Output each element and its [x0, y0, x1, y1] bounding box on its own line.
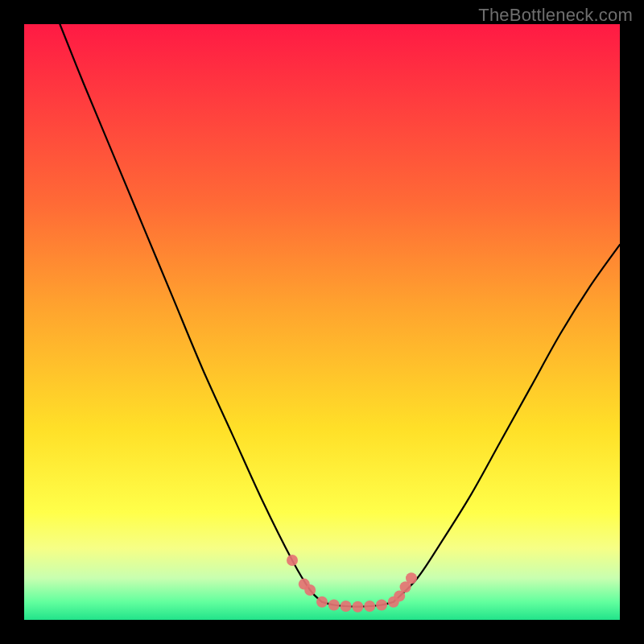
marker-point — [352, 601, 363, 613]
marker-point — [304, 584, 316, 596]
chart-overlay — [24, 24, 620, 620]
chart-frame: TheBottleneck.com — [0, 0, 644, 644]
marker-point — [316, 597, 328, 608]
marker-point — [341, 601, 352, 612]
marker-point — [328, 600, 340, 611]
watermark-text: TheBottleneck.com — [478, 5, 633, 26]
marker-point — [364, 601, 375, 612]
curve-left — [60, 24, 322, 602]
marker-point — [287, 555, 298, 566]
marker-group — [287, 555, 417, 613]
marker-point — [376, 600, 387, 611]
marker-point — [406, 572, 417, 584]
curve-right — [394, 245, 620, 602]
